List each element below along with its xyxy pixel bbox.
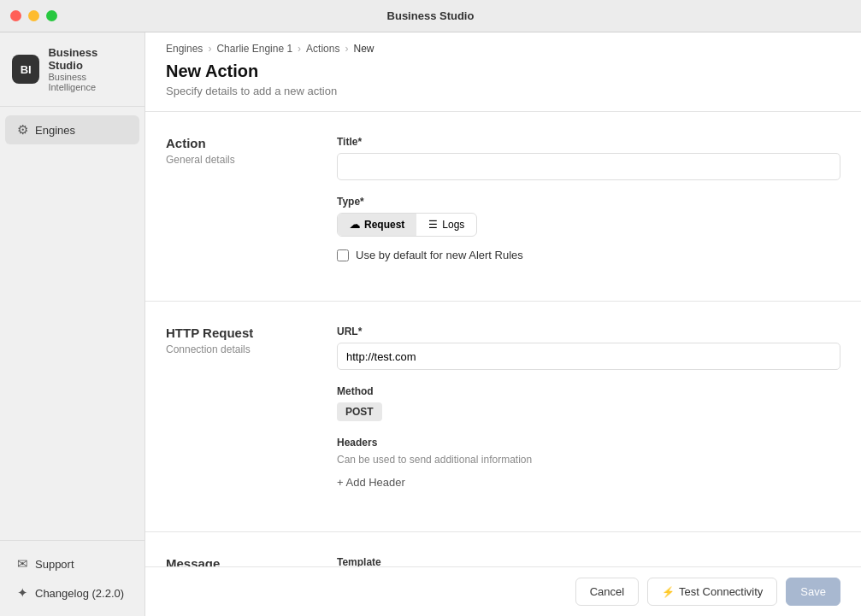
main-content: Engines › Charlie Engine 1 › Actions › N… [145, 32, 861, 616]
content-area: Action General details Title* Type* [145, 112, 861, 566]
sidebar-item-label-engines: Engines [35, 124, 75, 137]
action-section-right: Title* Type* ☁ Request ☰ [316, 112, 861, 301]
action-section: Action General details Title* Type* [145, 112, 861, 302]
action-section-left: Action General details [145, 112, 316, 301]
add-header-label: + Add Header [337, 476, 405, 489]
test-connectivity-button[interactable]: ⚡ Test Connectivity [647, 578, 777, 606]
logs-label: Logs [442, 219, 464, 231]
method-field-label: Method [337, 385, 840, 397]
sidebar: BI Business Studio Business Intelligence… [0, 32, 145, 616]
action-section-desc: General details [166, 154, 296, 166]
default-alert-row: Use by default for new Alert Rules [337, 249, 840, 261]
changelog-icon: ✦ [17, 585, 28, 601]
close-button[interactable] [10, 10, 21, 21]
headers-desc: Can be used to send additional informati… [337, 454, 840, 466]
cancel-button[interactable]: Cancel [575, 578, 639, 606]
sidebar-item-label-support: Support [35, 558, 74, 571]
window-controls[interactable] [10, 10, 57, 21]
app-subtitle: Business Intelligence [48, 72, 133, 92]
method-badge[interactable]: POST [337, 402, 382, 421]
logs-icon: ☰ [428, 219, 438, 231]
breadcrumb-charlie[interactable]: Charlie Engine 1 [216, 43, 292, 55]
url-field-group: URL* [337, 326, 840, 370]
sidebar-nav: ⚙ Engines [0, 107, 144, 540]
type-field-group: Type* ☁ Request ☰ Logs [337, 196, 840, 261]
footer: Cancel ⚡ Test Connectivity Save [145, 566, 861, 616]
type-toggle: ☁ Request ☰ Logs [337, 213, 477, 237]
engines-icon: ⚙ [17, 122, 28, 138]
request-label: Request [364, 219, 404, 231]
page-title: New Action [166, 62, 840, 81]
method-field-group: Method POST [337, 385, 840, 421]
titlebar: Business Studio [0, 0, 861, 32]
http-section-left: HTTP Request Connection details [145, 302, 316, 531]
sidebar-logo: BI Business Studio Business Intelligence [0, 32, 144, 107]
headers-field-label: Headers [337, 437, 840, 449]
breadcrumb-new: New [353, 43, 374, 55]
sidebar-item-label-changelog: Changelog (2.2.0) [35, 587, 124, 600]
add-header-button[interactable]: + Add Header [337, 472, 405, 492]
message-section-right: Template {{event.alert.title}} {{{event.… [316, 532, 861, 566]
message-section-title: Message [166, 556, 296, 566]
title-input[interactable] [337, 153, 840, 180]
headers-field-group: Headers Can be used to send additional i… [337, 437, 840, 492]
sidebar-bottom: ✉ Support ✦ Changelog (2.2.0) [0, 540, 144, 616]
breadcrumb-engines[interactable]: Engines [166, 43, 203, 55]
message-section-left: Message Customizable using Handlebars [145, 532, 316, 566]
http-section-right: URL* Method POST Headers Can be used to … [316, 302, 861, 531]
default-alert-checkbox[interactable] [337, 249, 349, 261]
app-logo-icon: BI [12, 55, 39, 84]
url-field-label: URL* [337, 326, 840, 337]
message-section: Message Customizable using Handlebars Te… [145, 532, 861, 566]
test-label: Test Connectivity [679, 585, 763, 598]
request-icon: ☁ [350, 219, 360, 231]
sidebar-item-changelog[interactable]: ✦ Changelog (2.2.0) [5, 578, 139, 607]
sidebar-item-engines[interactable]: ⚙ Engines [5, 115, 139, 144]
url-input[interactable] [337, 343, 840, 370]
template-field-label: Template [337, 556, 840, 566]
window-title: Business Studio [387, 9, 475, 22]
breadcrumb: Engines › Charlie Engine 1 › Actions › N… [145, 32, 861, 62]
logo-text: Business Studio Business Intelligence [48, 46, 133, 92]
title-field-label: Title* [337, 136, 840, 148]
title-field-group: Title* [337, 136, 840, 180]
app-name: Business Studio [48, 46, 133, 72]
type-field-label: Type* [337, 196, 840, 208]
maximize-button[interactable] [46, 10, 57, 21]
http-section: HTTP Request Connection details URL* Met… [145, 302, 861, 532]
page-subtitle: Specify details to add a new action [166, 85, 840, 97]
http-section-title: HTTP Request [166, 326, 296, 340]
action-section-title: Action [166, 136, 296, 150]
type-logs-button[interactable]: ☰ Logs [416, 214, 476, 236]
support-icon: ✉ [17, 556, 28, 572]
lightning-icon: ⚡ [662, 586, 675, 598]
default-alert-label: Use by default for new Alert Rules [356, 249, 523, 261]
minimize-button[interactable] [28, 10, 39, 21]
http-section-desc: Connection details [166, 343, 296, 355]
sidebar-item-support[interactable]: ✉ Support [5, 549, 139, 578]
page-header: New Action Specify details to add a new … [145, 62, 861, 112]
save-button[interactable]: Save [786, 578, 840, 606]
type-request-button[interactable]: ☁ Request [338, 214, 416, 236]
template-field-group: Template {{event.alert.title}} {{{event.… [337, 556, 840, 566]
breadcrumb-actions[interactable]: Actions [306, 43, 339, 55]
